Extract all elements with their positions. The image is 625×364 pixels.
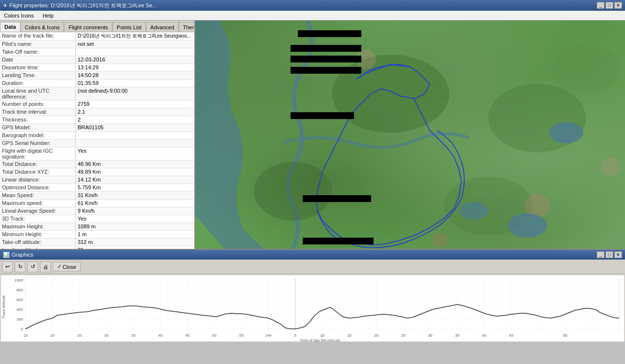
row-label: Maximum speed:	[0, 200, 76, 207]
redacted-bar-1	[298, 30, 361, 37]
graphics-maximize[interactable]: □	[605, 251, 613, 258]
graphics-refresh-button[interactable]: ↺	[27, 262, 38, 272]
table-row: Number of points:2759	[0, 101, 194, 108]
table-row: GPS Model:BRA01105	[0, 124, 194, 132]
graphics-title-bar: 📊 Graphics _ □ ✕	[0, 250, 625, 260]
svg-text:600: 600	[17, 298, 23, 302]
row-label: Name of the track file:	[0, 32, 76, 40]
redacted-bar-3	[291, 56, 361, 62]
row-label: GPS Serial Number:	[0, 140, 76, 147]
menu-colors-icons[interactable]: Colors Icons	[2, 12, 36, 19]
graphics-back-button[interactable]: ↩	[2, 262, 13, 272]
row-value: BRA01105	[76, 124, 194, 131]
svg-text:30: 30	[104, 333, 109, 338]
row-value: not set	[76, 40, 194, 48]
graphics-toolbar: ↩ ↻ ↺ 🖨 ✓ Close	[0, 260, 625, 274]
row-label: Duration:	[0, 80, 76, 87]
svg-text:45: 45	[185, 333, 189, 338]
redacted-bar-4	[291, 67, 361, 74]
tab-points-list[interactable]: Points List	[112, 22, 146, 32]
row-value: (not defined)-9:00:00	[76, 87, 194, 100]
table-row: Take-Off name:	[0, 48, 194, 56]
menu-help[interactable]: Help	[41, 12, 56, 19]
tab-colors-icons[interactable]: Colors & Icons	[21, 22, 64, 32]
svg-text:5: 5	[294, 333, 297, 338]
svg-text:40: 40	[158, 333, 163, 338]
svg-point-3	[254, 162, 332, 221]
row-label: Barograph model:	[0, 132, 76, 139]
svg-text:50: 50	[212, 333, 217, 338]
table-row: Date12-03-2016	[0, 56, 194, 64]
svg-text:Track Altitude: Track Altitude	[1, 295, 6, 319]
row-value: 14.12 Km	[76, 176, 194, 183]
row-value	[76, 140, 194, 147]
table-row: Lineal Average Speed:9 Km/h	[0, 207, 194, 215]
svg-text:10: 10	[320, 333, 325, 338]
tab-bar: Data Colors & Icons Flight comments Poin…	[0, 20, 194, 32]
graphics-title: Graphics	[12, 252, 33, 258]
row-label: Pilot's name:	[0, 40, 76, 48]
svg-rect-13	[1, 275, 624, 342]
chart-svg: 1000 800 600 400 200 0 Track Altitude 15…	[1, 275, 624, 342]
row-value	[76, 132, 194, 139]
graphics-minimize[interactable]: _	[597, 251, 604, 258]
row-value	[76, 48, 194, 56]
svg-text:14h: 14h	[265, 333, 271, 338]
row-value: 5.759 Km	[76, 184, 194, 191]
graphics-print-button[interactable]: 🖨	[40, 262, 51, 272]
row-value: 9 Km/h	[76, 207, 194, 215]
table-row: Take-off altitude:312 m	[0, 239, 194, 246]
row-label: Linear distance:	[0, 176, 76, 183]
row-value: 312 m	[76, 239, 194, 246]
tab-advanced[interactable]: Advanced	[146, 22, 179, 32]
minimize-button[interactable]: _	[597, 2, 604, 9]
svg-text:30: 30	[428, 333, 433, 338]
row-label: Local time and UTC difference:	[0, 87, 76, 100]
row-value: D:\2016년 빅리그#1차전 트랙로그#Lee Seungwoo...	[76, 32, 194, 40]
menu-bar: Colors Icons Help	[0, 11, 625, 20]
tab-flight-comments[interactable]: Flight comments	[64, 22, 112, 32]
data-table: Name of the track file:D:\2016년 빅리그#1차전 …	[0, 32, 194, 249]
svg-point-10	[508, 213, 547, 238]
table-row: Name of the track file:D:\2016년 빅리그#1차전 …	[0, 32, 194, 40]
tab-thermals[interactable]: Thermals	[179, 22, 194, 32]
table-row: Total Distance:48.96 Km	[0, 161, 194, 168]
close-button[interactable]: ✕	[614, 2, 622, 9]
svg-point-9	[601, 157, 620, 177]
row-value: 1 m	[76, 231, 194, 238]
row-value: 12-03-2016	[76, 56, 194, 63]
svg-text:25: 25	[401, 333, 405, 338]
svg-text:800: 800	[17, 288, 23, 292]
row-value: Yes	[76, 147, 194, 160]
table-row: Maximum speed:61 Km/h	[0, 200, 194, 207]
row-label: Maximum Height:	[0, 223, 76, 230]
table-row: Departure time:13:14:29	[0, 64, 194, 72]
table-row: Thickness:2	[0, 116, 194, 124]
graphics-forward-button[interactable]: ↻	[15, 262, 25, 272]
redacted-bar-7	[303, 238, 374, 244]
row-label: GPS Model:	[0, 124, 76, 131]
table-row: Minimum Height:1 m	[0, 231, 194, 239]
maximize-button[interactable]: □	[605, 2, 613, 9]
redacted-bar-2	[291, 45, 361, 52]
svg-text:20: 20	[374, 333, 378, 338]
graphics-close[interactable]: ✕	[614, 251, 622, 258]
table-row: Mean Speed:31 Km/h	[0, 192, 194, 200]
row-value: 2.1	[76, 108, 194, 116]
row-label: Optimized Distance:	[0, 184, 76, 191]
row-value: 61 Km/h	[76, 200, 194, 207]
table-row: Barograph model:	[0, 132, 194, 140]
svg-text:35: 35	[131, 333, 136, 338]
row-label: Thickness:	[0, 116, 76, 123]
map-area	[195, 20, 625, 249]
table-row: Landing altitude:31 m	[0, 246, 194, 249]
svg-text:40: 40	[482, 333, 486, 338]
table-row: Duration:01:35:59	[0, 80, 194, 87]
row-value: 13:14:29	[76, 64, 194, 71]
tab-data[interactable]: Data	[0, 22, 21, 32]
chart-area: 1000 800 600 400 200 0 Track Altitude 15…	[1, 275, 624, 342]
graphics-close-button[interactable]: ✓ Close	[53, 262, 81, 271]
svg-text:25: 25	[77, 333, 82, 338]
svg-text:45: 45	[509, 333, 513, 338]
row-label: Total Distance XYZ:	[0, 168, 76, 176]
